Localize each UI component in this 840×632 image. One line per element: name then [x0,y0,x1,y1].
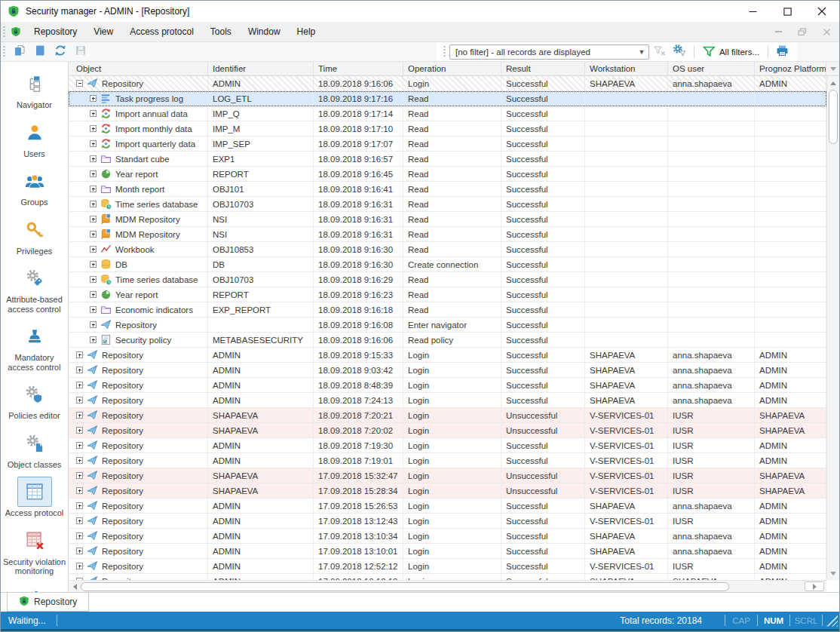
table-row[interactable]: MDM RepositoryNSI18.09.2018 9:16:31ReadS… [69,227,826,242]
mdi-restore-button[interactable] [796,26,809,38]
table-row[interactable]: RepositoryADMIN18.09.2018 9:15:33LoginSu… [69,348,826,363]
menubar-grip[interactable] [3,26,5,38]
print-button[interactable] [772,44,792,60]
table-row[interactable]: Import monthly dataIMP_M18.09.2018 9:17:… [69,121,826,137]
clear-filter-button[interactable] [649,44,670,60]
minimize-button[interactable] [735,1,770,22]
sidebar-item-users[interactable]: Users [17,118,52,159]
expand-button[interactable] [90,110,97,117]
expand-button[interactable] [76,548,83,554]
table-row[interactable]: Year reportREPORT18.09.2018 9:16:45ReadS… [69,167,826,182]
table-row[interactable]: WorkbookOBJ1085318.09.2018 9:16:30ReadSu… [69,242,826,257]
menu-item-repository[interactable]: Repository [26,22,85,41]
page-button[interactable] [29,44,50,60]
expand-button[interactable] [76,502,83,509]
expand-button[interactable] [76,351,83,358]
column-header-identifier[interactable]: Identifier [208,62,314,75]
sidebar-item-mandatory-access-control[interactable]: Mandatory access control [2,321,68,372]
table-row[interactable]: RepositorySHAPAEVA17.09.2018 15:28:34Log… [69,483,826,499]
expand-button[interactable] [90,125,97,132]
table-row[interactable]: RepositoryADMIN17.09.2018 13:12:43LoginS… [69,514,826,529]
mdi-close-button[interactable] [820,26,833,38]
table-row[interactable]: Import annual dataIMP_Q18.09.2018 9:17:1… [69,106,826,121]
table-row[interactable]: RepositoryADMIN18.09.2018 9:03:42LoginSu… [69,363,826,378]
tab-repository[interactable]: Repository [7,593,89,612]
expand-button[interactable] [76,397,83,403]
table-row[interactable]: RepositoryADMIN17.09.2018 13:10:34LoginS… [69,529,826,544]
expand-button[interactable] [90,306,97,313]
table-row[interactable]: RepositoryADMIN17.09.2018 12:52:12LoginS… [69,559,826,574]
expand-button[interactable] [90,155,97,162]
table-row[interactable]: RepositoryADMIN18.09.2018 7:24:13LoginSu… [69,393,826,408]
sidebar-item-policies-editor[interactable]: Policies editor [8,379,60,421]
copy-button[interactable] [9,44,29,60]
column-filter-button[interactable] [827,63,838,75]
column-header-object[interactable]: Object [69,62,208,75]
expand-button[interactable] [76,517,83,524]
refresh-button[interactable] [50,44,70,60]
column-header-operation[interactable]: Operation [403,62,501,75]
vertical-scroll-thumb[interactable] [829,90,838,144]
table-row[interactable]: Security policyMETABASESECURITY18.09.201… [69,333,826,348]
horizontal-scroll-thumb[interactable] [81,582,729,591]
collapse-button[interactable] [76,80,83,87]
table-row[interactable]: RepositoryADMIN17.09.2018 10:12:10LoginS… [69,574,826,580]
horizontal-scrollbar[interactable] [69,580,826,592]
save-button[interactable] [70,44,90,60]
table-row[interactable]: RepositoryADMIN18.09.2018 9:16:06LoginSu… [69,76,826,91]
table-row[interactable]: Month reportOBJ10118.09.2018 9:16:41Read… [69,182,826,197]
expand-button[interactable] [76,382,83,388]
scroll-right-button[interactable] [805,581,824,591]
table-row[interactable]: Time series databaseOBJ1070318.09.2018 9… [69,272,826,287]
menu-item-help[interactable]: Help [289,22,324,41]
table-row[interactable]: MDM RepositoryNSI18.09.2018 9:16:31ReadS… [69,212,826,227]
sidebar-item-attribute-based-access-control[interactable]: Attribute-based access control [2,263,68,314]
sidebar-item-groups[interactable]: Groups [17,166,52,207]
expand-button[interactable] [90,276,97,283]
scroll-left-button[interactable] [69,581,81,592]
table-row[interactable]: RepositorySHAPAEVA18.09.2018 7:20:21Logi… [69,408,826,423]
table-row[interactable]: RepositorySHAPAEVA17.09.2018 15:32:47Log… [69,468,826,483]
column-header-time[interactable]: Time [314,62,403,75]
sidebar-item-access-protocol[interactable]: Access protocol [5,477,64,518]
column-header-prognoz-platform[interactable]: Prognoz Platform [755,62,826,75]
maximize-button[interactable] [770,1,805,22]
table-row[interactable]: Year reportREPORT18.09.2018 9:16:23ReadS… [69,287,826,302]
table-row[interactable]: RepositoryADMIN17.09.2018 13:10:01LoginS… [69,544,826,559]
sidebar-item-privileges[interactable]: Privileges [17,215,53,256]
expand-button[interactable] [76,532,83,539]
menu-item-view[interactable]: View [85,22,121,41]
scroll-down-button[interactable] [827,567,839,579]
sidebar-item-object-classes[interactable]: Object classes [8,428,62,470]
filter-settings-button[interactable] [670,44,690,60]
filter-combo[interactable]: [no filter] - all records are displayed … [449,44,649,60]
menu-item-tools[interactable]: Tools [202,22,240,41]
column-header-os-user[interactable]: OS user [668,62,755,75]
sidebar-item-security-violation-monitoring[interactable]: Security violation monitoring [2,526,68,576]
menu-item-window[interactable]: Window [240,22,289,41]
table-row[interactable]: Economic indicatorsEXP_REPORT18.09.2018 … [69,302,826,318]
expand-button[interactable] [90,291,97,298]
expand-button[interactable] [76,563,83,569]
expand-button[interactable] [90,170,97,177]
table-row[interactable]: Import quarterly dataIMP_SEP18.09.2018 9… [69,137,826,152]
table-row[interactable]: RepositoryADMIN18.09.2018 7:19:01LoginSu… [69,453,826,468]
table-row[interactable]: RepositorySHAPAEVA18.09.2018 7:20:02Logi… [69,423,826,438]
table-row[interactable]: RepositoryADMIN18.09.2018 7:19:30LoginSu… [69,438,826,453]
expand-button[interactable] [90,186,97,192]
resize-grip-icon[interactable] [826,615,838,627]
table-row[interactable]: RepositoryADMIN18.09.2018 8:48:39LoginSu… [69,378,826,393]
table-row[interactable]: Task progress logLOG_ETL18.09.2018 9:17:… [69,91,826,106]
column-header-result[interactable]: Result [501,62,585,75]
expand-button[interactable] [90,95,97,102]
menu-item-access-protocol[interactable]: Access protocol [121,22,202,41]
expand-button[interactable] [76,457,83,464]
scroll-up-button[interactable] [827,77,839,89]
expand-button[interactable] [76,367,83,373]
expand-button[interactable] [90,246,97,253]
table-row[interactable]: Repository18.09.2018 9:16:08Enter naviga… [69,318,826,333]
table-row[interactable]: Standart cubeEXP118.09.2018 9:16:57ReadS… [69,152,826,167]
expand-button[interactable] [90,321,97,328]
expand-button[interactable] [90,261,97,268]
expand-button[interactable] [76,472,83,479]
